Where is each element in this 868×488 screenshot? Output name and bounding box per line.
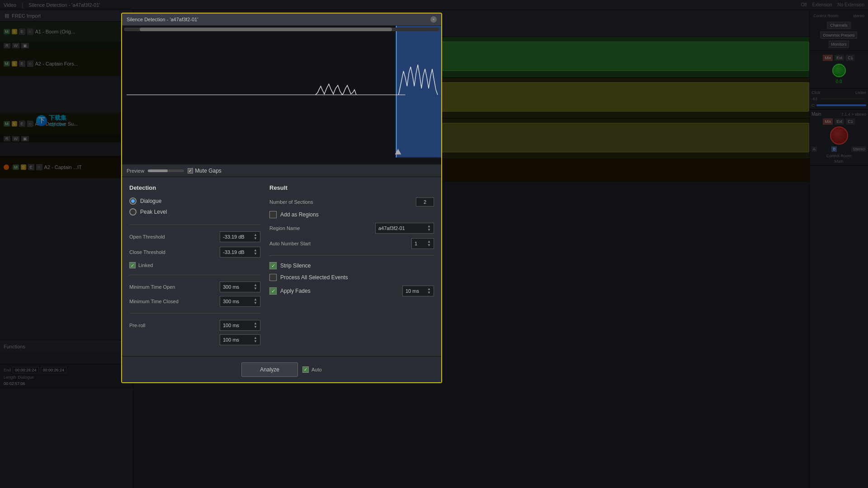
mute-gaps-check-mark: ✓ — [189, 169, 192, 173]
detection-radio-group: Dialogue Peak Level — [129, 197, 260, 216]
close-threshold-spinners[interactable]: ▲ ▼ — [254, 249, 257, 256]
preroll-spinners[interactable]: ▲ ▼ — [254, 322, 257, 329]
num-sections-label: Number of Sections — [269, 199, 313, 205]
strip-silence-checkbox[interactable]: ✓ — [269, 262, 277, 269]
open-threshold-input[interactable]: -33.19 dB ▲ ▼ — [220, 231, 260, 242]
detection-divider3 — [129, 313, 260, 314]
strip-silence-label: Strip Silence — [280, 263, 311, 269]
auto-number-down[interactable]: ▼ — [427, 244, 431, 247]
auto-number-value: 1 — [415, 241, 417, 246]
waveform-area — [122, 26, 441, 164]
preview-volume-slider[interactable] — [148, 169, 184, 172]
process-all-label: Process All Selected Events — [280, 274, 348, 281]
min-time-closed-down[interactable]: ▼ — [254, 301, 257, 305]
radio-peak-button[interactable] — [129, 208, 137, 216]
num-sections-row: Number of Sections 2 — [269, 197, 434, 206]
min-time-closed-row: Minimum Time Closed 300 ms ▲ ▼ — [129, 296, 260, 307]
radio-dialogue[interactable]: Dialogue — [129, 197, 260, 205]
radio-peak[interactable]: Peak Level — [129, 208, 260, 216]
preroll2-row: 100 ms ▲ ▼ — [129, 334, 260, 345]
process-all-checkbox[interactable] — [269, 274, 277, 281]
mute-gaps-checkbox[interactable]: ✓ Mute Gaps — [188, 168, 222, 174]
close-threshold-label: Close Threshold — [129, 249, 165, 255]
auto-number-spinners[interactable]: ▲ ▼ — [427, 240, 431, 247]
min-time-open-row: Minimum Time Open 300 ms ▲ ▼ — [129, 282, 260, 292]
result-divider — [269, 255, 434, 256]
fades-spinners[interactable]: ▲ ▼ — [427, 287, 431, 295]
preroll-label: Pre-roll — [129, 323, 145, 328]
region-name-down[interactable]: ▼ — [427, 228, 431, 232]
radio-peak-label: Peak Level — [140, 209, 167, 215]
scrollbar-thumb — [140, 28, 392, 31]
analyze-button[interactable]: Analyze — [241, 362, 298, 377]
fades-down[interactable]: ▼ — [427, 291, 431, 295]
preview-slider-fill — [148, 169, 168, 172]
min-time-open-value: 300 ms — [223, 284, 239, 290]
region-name-input[interactable]: a47af3f2-01 ▲ ▼ — [375, 223, 434, 234]
linked-label: Linked — [138, 263, 153, 268]
process-all-row: Process All Selected Events — [269, 274, 434, 281]
auto-number-input[interactable]: 1 ▲ ▼ — [411, 238, 434, 249]
strip-silence-check-mark: ✓ — [271, 263, 275, 269]
auto-check-mark: ✓ — [304, 367, 307, 372]
preroll2-input[interactable]: 100 ms ▲ ▼ — [220, 334, 260, 345]
waveform-svg — [122, 26, 441, 164]
scrollbar-track — [124, 28, 439, 31]
add-as-regions-label: Add as Regions — [280, 211, 319, 218]
detection-title: Detection — [129, 184, 260, 191]
dialog-close-button[interactable]: × — [430, 16, 437, 23]
open-threshold-down[interactable]: ▼ — [254, 237, 257, 240]
dialog-title: Silence Detection - 'a47af3f2-01' — [127, 17, 198, 22]
fades-value: 10 ms — [406, 288, 419, 294]
preroll2-down[interactable]: ▼ — [254, 340, 257, 343]
close-icon: × — [432, 17, 434, 22]
preroll-down[interactable]: ▼ — [254, 325, 257, 329]
open-threshold-spinners[interactable]: ▲ ▼ — [254, 233, 257, 240]
min-time-closed-spinners[interactable]: ▲ ▼ — [254, 298, 257, 305]
num-sections-value: 2 — [416, 197, 434, 206]
linked-row: ✓ Linked — [129, 262, 260, 268]
min-time-closed-value: 300 ms — [223, 299, 239, 304]
preroll2-spinners[interactable]: ▲ ▼ — [254, 336, 257, 343]
apply-fades-check-mark: ✓ — [271, 288, 275, 294]
add-regions-checkbox[interactable] — [269, 211, 277, 218]
min-time-open-label: Minimum Time Open — [129, 284, 175, 290]
min-time-closed-input[interactable]: 300 ms ▲ ▼ — [220, 296, 260, 307]
apply-fades-label: Apply Fades — [280, 288, 311, 294]
apply-fades-checkbox[interactable]: ✓ — [269, 287, 277, 295]
min-time-open-input[interactable]: 300 ms ▲ ▼ — [220, 282, 260, 292]
dialog-content: Detection Dialogue Peak Level Open Thres… — [122, 177, 441, 356]
result-title: Result — [269, 184, 434, 191]
detection-panel: Detection Dialogue Peak Level Open Thres… — [129, 184, 269, 349]
region-name-label: Region Name — [269, 225, 300, 231]
region-name-spinners[interactable]: ▲ ▼ — [427, 225, 431, 232]
auto-number-row: Auto Number Start 1 ▲ ▼ — [269, 238, 434, 249]
radio-dialogue-label: Dialogue — [140, 198, 161, 204]
linked-check-mark: ✓ — [131, 263, 134, 268]
open-threshold-value: -33.19 dB — [223, 234, 245, 239]
strip-silence-row: ✓ Strip Silence — [269, 262, 434, 269]
min-time-open-spinners[interactable]: ▲ ▼ — [254, 283, 257, 291]
radio-dialogue-button[interactable] — [129, 197, 137, 205]
add-as-regions-row: Add as Regions — [269, 211, 434, 218]
fades-input[interactable]: 10 ms ▲ ▼ — [402, 286, 434, 296]
region-name-row: Region Name a47af3f2-01 ▲ ▼ — [269, 223, 434, 234]
svg-rect-1 — [396, 26, 441, 157]
result-panel: Result Number of Sections 2 Add as Regio… — [269, 184, 434, 349]
close-threshold-down[interactable]: ▼ — [254, 252, 257, 256]
close-threshold-input[interactable]: -33.19 dB ▲ ▼ — [220, 247, 260, 258]
auto-label: Auto — [311, 367, 322, 372]
apply-fades-row: ✓ Apply Fades 10 ms ▲ ▼ — [269, 286, 434, 296]
auto-checkbox[interactable]: ✓ — [302, 366, 309, 373]
detection-divider2 — [129, 275, 260, 275]
mute-gaps-label: Mute Gaps — [195, 168, 222, 174]
preroll-input[interactable]: 100 ms ▲ ▼ — [220, 320, 260, 331]
min-time-open-down[interactable]: ▼ — [254, 287, 257, 291]
mute-gaps-check-box[interactable]: ✓ — [188, 168, 193, 174]
linked-checkbox[interactable]: ✓ — [129, 262, 136, 268]
open-threshold-row: Open Threshold -33.19 dB ▲ ▼ — [129, 231, 260, 242]
preview-label: Preview — [127, 168, 144, 174]
radio-dialogue-fill — [131, 199, 135, 203]
dialog-bottom: Analyze ✓ Auto — [122, 356, 441, 382]
detection-divider — [129, 225, 260, 225]
